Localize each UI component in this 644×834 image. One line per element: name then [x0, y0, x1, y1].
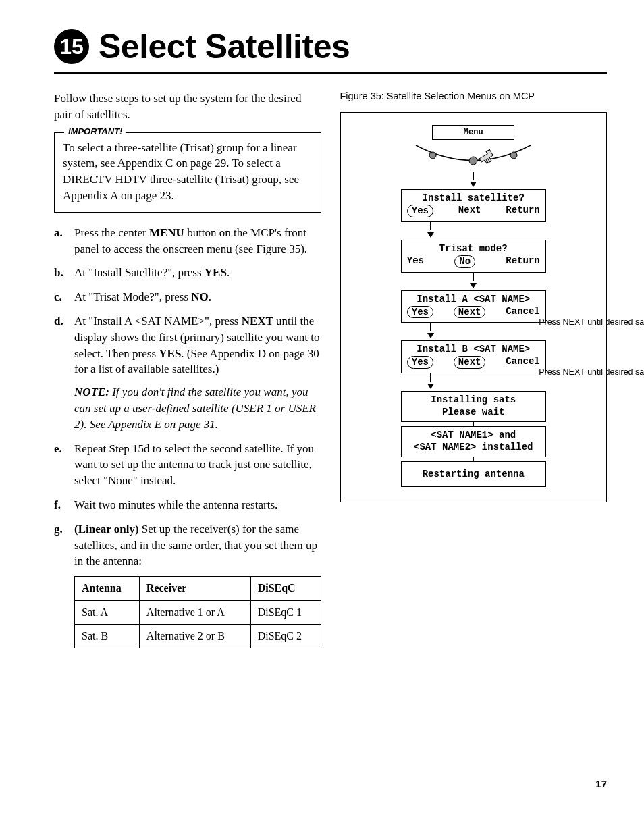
diseqc-table: Antenna Receiver DiSEqC Sat. A Alternati… [74, 576, 321, 648]
menu-install-b: Install B <SAT NAME> Yes Next Cancel [401, 340, 546, 373]
next-option: Next [454, 356, 486, 369]
yes-option: Yes [407, 205, 433, 217]
step-letter: a. [54, 225, 66, 257]
left-column: Follow these steps to set up the system … [54, 90, 321, 656]
side-note-b: Press NEXT until desired satellite shown [539, 367, 644, 377]
side-note-a: Press NEXT until desired satellite shown [539, 317, 644, 327]
important-box: IMPORTANT! To select a three-satellite (… [54, 132, 321, 213]
step-b: b. At "Install Satellite?", press YES. [54, 265, 321, 281]
arrow-down-icon [427, 222, 434, 240]
no-option: No [454, 255, 475, 268]
table-header-row: Antenna Receiver DiSEqC [75, 577, 321, 600]
menu-install-a: Install A <SAT NAME> Yes Next Cancel [401, 290, 546, 323]
yes-option: Yes [407, 356, 433, 369]
step-c: c. At "Trisat Mode?", press NO. [54, 289, 321, 305]
arrow-down-icon [427, 323, 434, 340]
important-text: To select a three-satellite (Trisat) gro… [63, 141, 299, 202]
mcp-screen-label: Menu [432, 125, 514, 140]
step-g: g. (Linear only) Set up the receiver(s) … [54, 521, 321, 649]
step-d: d. At "Install A <SAT NAME>", press NEXT… [54, 313, 321, 433]
arrow-down-icon [470, 172, 477, 189]
step-f: f. Wait two minutes while the antenna re… [54, 497, 321, 513]
step-a: a. Press the center MENU button on the M… [54, 225, 321, 257]
mcp-device-icon: Menu [406, 125, 541, 169]
arrow-down-icon [427, 373, 434, 391]
page-header: 15 Select Satellites [54, 27, 607, 74]
flow-diagram: Menu [340, 112, 608, 502]
yes-option: Yes [407, 306, 433, 319]
intro-text: Follow these steps to set up the system … [54, 90, 321, 123]
next-option: Next [454, 306, 486, 319]
step-e: e. Repeat Step 15d to select the second … [54, 441, 321, 489]
arrow-down-icon [470, 273, 477, 290]
menu-restarting: Restarting antenna [401, 461, 546, 487]
menu-trisat-mode: Trisat mode? Yes No Return [401, 240, 546, 273]
page-number: 17 [54, 778, 607, 789]
menu-install-satellite: Install satellite? Yes Next Return [401, 189, 546, 222]
table-row: Sat. A Alternative 1 or A DiSEqC 1 [75, 600, 321, 624]
menu-installing: Installing sats Please wait [401, 391, 546, 422]
figure-caption: Figure 35: Satellite Selection Menus on … [340, 90, 608, 101]
page-title: Select Satellites [99, 27, 350, 66]
svg-point-1 [469, 157, 477, 165]
menu-installed: <SAT NAME1> and <SAT NAME2> installed [401, 426, 546, 457]
svg-point-0 [429, 152, 436, 159]
step-d-note: NOTE: If you don't find the satellite yo… [74, 384, 321, 432]
important-legend: IMPORTANT! [64, 126, 126, 138]
svg-point-2 [510, 152, 517, 159]
table-row: Sat. B Alternative 2 or B DiSEqC 2 [75, 624, 321, 648]
step-number-badge: 15 [54, 29, 89, 64]
right-column: Figure 35: Satellite Selection Menus on … [340, 90, 608, 656]
